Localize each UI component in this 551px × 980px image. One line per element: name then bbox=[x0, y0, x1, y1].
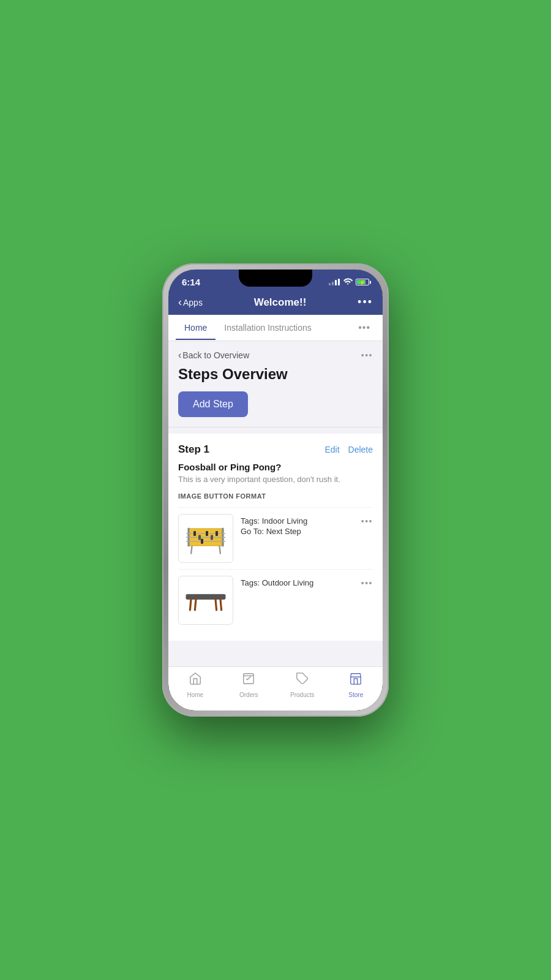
back-to-overview-link[interactable]: ‹ Back to Overview bbox=[178, 350, 249, 361]
nav-more-button[interactable]: ••• bbox=[358, 296, 373, 309]
products-nav-icon bbox=[296, 672, 309, 689]
orders-nav-icon bbox=[242, 672, 255, 689]
svg-line-17 bbox=[195, 599, 196, 610]
signal-icon bbox=[329, 279, 340, 285]
bottom-nav: Home Orders bbox=[168, 666, 383, 710]
step-1-edit-button[interactable]: Edit bbox=[324, 445, 339, 454]
nav-bar: ‹ Apps Welcome!! ••• bbox=[168, 291, 383, 315]
bottom-nav-home[interactable]: Home bbox=[168, 672, 222, 698]
svg-line-18 bbox=[216, 599, 217, 610]
svg-line-12 bbox=[191, 546, 192, 554]
store-nav-icon bbox=[349, 672, 362, 689]
format-label: IMAGE BUTTON FORMAT bbox=[178, 492, 373, 500]
bottom-nav-home-label: Home bbox=[187, 692, 203, 698]
wifi-icon bbox=[343, 277, 353, 287]
back-arrow-icon: ‹ bbox=[178, 296, 182, 309]
steps-overview-header: ‹ Back to Overview ••• Steps Overview Ad… bbox=[168, 341, 383, 428]
tabs-bar: Home Installation Instructions ••• bbox=[168, 315, 383, 341]
bottom-nav-orders[interactable]: Orders bbox=[222, 672, 276, 698]
back-label: Apps bbox=[183, 298, 203, 307]
svg-rect-9 bbox=[198, 535, 201, 540]
svg-rect-10 bbox=[211, 535, 213, 540]
tab-home[interactable]: Home bbox=[176, 315, 216, 340]
step-1-number: Step 1 bbox=[178, 443, 209, 456]
nav-title: Welcome!! bbox=[254, 296, 307, 309]
tab-installation[interactable]: Installation Instructions bbox=[216, 315, 320, 340]
svg-rect-14 bbox=[186, 594, 225, 599]
svg-rect-6 bbox=[193, 531, 196, 536]
svg-line-15 bbox=[190, 599, 191, 610]
bottom-nav-products[interactable]: Products bbox=[276, 672, 329, 698]
svg-rect-7 bbox=[206, 531, 208, 536]
bottom-nav-store-label: Store bbox=[348, 692, 363, 698]
steps-title: Steps Overview bbox=[178, 366, 373, 383]
status-icons: ⚡ bbox=[329, 277, 369, 287]
table-image bbox=[178, 576, 233, 625]
svg-line-13 bbox=[219, 546, 220, 554]
svg-rect-8 bbox=[216, 531, 218, 536]
content-area: ‹ Back to Overview ••• Steps Overview Ad… bbox=[168, 341, 383, 666]
bottom-nav-products-label: Products bbox=[290, 692, 314, 698]
home-nav-icon bbox=[189, 672, 202, 689]
bottom-nav-store[interactable]: Store bbox=[329, 672, 383, 698]
step-1-actions: Edit Delete bbox=[324, 445, 373, 454]
step-1-question: Foosball or Ping Pong? bbox=[178, 462, 373, 472]
image-btn-1-tags: Tags: Indoor Living bbox=[241, 516, 307, 526]
battery-icon: ⚡ bbox=[356, 279, 369, 285]
image-btn-1-goto: Go To: Next Step bbox=[241, 527, 307, 536]
bottom-nav-orders-label: Orders bbox=[239, 692, 258, 698]
step-1-card: Step 1 Edit Delete Foosball or Ping Pong… bbox=[168, 434, 383, 641]
image-btn-2-tags: Tags: Outdoor Living bbox=[241, 578, 313, 587]
add-step-button[interactable]: Add Step bbox=[178, 391, 248, 417]
step-1-delete-button[interactable]: Delete bbox=[348, 445, 373, 454]
tabs-more-button[interactable]: ••• bbox=[353, 315, 375, 341]
image-button-1[interactable]: Tags: Indoor Living Go To: Next Step ••• bbox=[178, 507, 373, 569]
step-1-header: Step 1 Edit Delete bbox=[178, 443, 373, 456]
step-1-description: This is a very important question, don't… bbox=[178, 475, 373, 484]
status-time: 6:14 bbox=[182, 277, 200, 287]
svg-rect-11 bbox=[201, 539, 203, 544]
image-button-2[interactable]: Tags: Outdoor Living ••• bbox=[178, 569, 373, 631]
image-btn-1-more[interactable]: ••• bbox=[361, 514, 373, 526]
foosball-image bbox=[178, 514, 233, 563]
back-chevron-icon: ‹ bbox=[178, 350, 181, 361]
back-to-overview-row: ‹ Back to Overview ••• bbox=[178, 350, 373, 361]
svg-line-16 bbox=[220, 599, 222, 610]
overview-more-button[interactable]: ••• bbox=[361, 350, 373, 360]
image-btn-2-more[interactable]: ••• bbox=[361, 576, 373, 588]
back-button[interactable]: ‹ Apps bbox=[178, 296, 203, 309]
